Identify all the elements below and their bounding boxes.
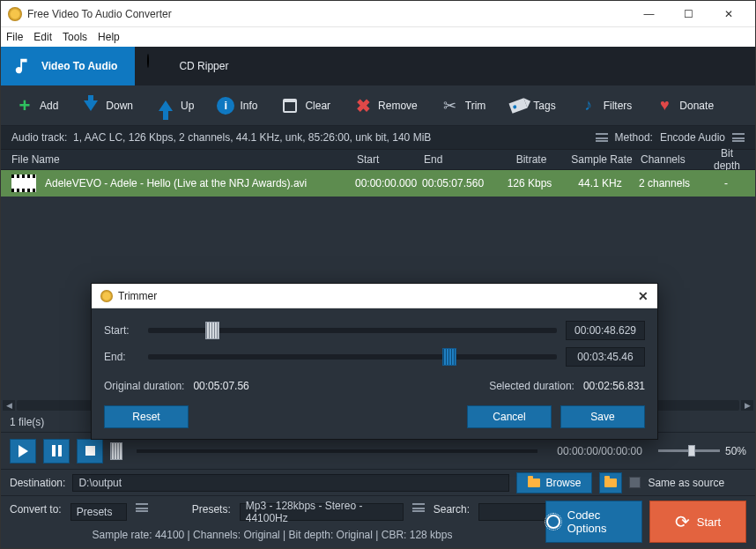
menu-edit[interactable]: Edit [33, 31, 52, 43]
end-value[interactable]: 00:03:45.46 [566, 347, 645, 367]
cell-channels: 2 channels [639, 177, 708, 189]
destination-input[interactable] [72, 474, 509, 492]
mode-tabs: Video To Audio CD Ripper [1, 47, 755, 85]
menu-tools[interactable]: Tools [63, 31, 87, 43]
cell-filename: AdeleVEVO - Adele - Hello (Live at the N… [45, 177, 355, 189]
col-start[interactable]: Start [357, 153, 424, 166]
convert-label: Convert to: [10, 503, 62, 516]
playback-time: 00:00:00/00:00:00 [557, 445, 642, 457]
minimize-button[interactable]: — [629, 2, 669, 26]
start-button[interactable]: ⟳Start [649, 501, 746, 543]
same-source-checkbox[interactable] [629, 477, 641, 488]
close-button[interactable]: ✕ [708, 2, 748, 26]
up-button[interactable]: Up [156, 97, 194, 115]
heart-icon: ♥ [655, 97, 674, 115]
folder-open-icon [604, 479, 617, 487]
orig-duration-value: 00:05:07.56 [193, 380, 248, 392]
start-label: Start: [104, 324, 139, 337]
tab-label: CD Ripper [179, 60, 228, 72]
clear-button[interactable]: Clear [280, 97, 330, 115]
method-label: Method: [615, 131, 653, 144]
browse-button[interactable]: Browse [516, 472, 592, 493]
audio-track-label: Audio track: [11, 131, 67, 144]
dialog-title: Trimmer [118, 290, 638, 302]
cell-bitdepth: - [708, 177, 745, 189]
filters-button[interactable]: ♪Filters [579, 97, 633, 115]
volume-handle[interactable] [688, 445, 695, 456]
save-button[interactable]: Save [560, 405, 645, 428]
info-button[interactable]: iInfo [217, 97, 257, 115]
preset-value[interactable]: Mp3 - 128kbps - Stereo - 44100Hz [240, 503, 404, 521]
open-folder-button[interactable] [599, 472, 622, 493]
info-icon: i [217, 97, 234, 115]
cell-samplerate: 44.1 KHz [561, 177, 639, 189]
donate-button[interactable]: ♥Donate [655, 97, 714, 115]
app-title: Free Video To Audio Converter [27, 8, 629, 20]
maximize-button[interactable]: ☐ [669, 2, 708, 26]
start-handle[interactable] [205, 322, 219, 339]
same-source-label: Same as source [648, 477, 724, 489]
folder-icon [528, 479, 540, 487]
hamburger-icon[interactable] [412, 503, 425, 512]
tab-video-to-audio[interactable]: Video To Audio [1, 47, 135, 85]
pause-button[interactable] [43, 439, 70, 464]
start-slider[interactable] [148, 328, 557, 333]
col-channels[interactable]: Channels [641, 153, 709, 166]
filter-icon: ♪ [579, 97, 598, 115]
dialog-body: Start: 00:00:48.629 End: 00:03:45.46 Ori… [92, 308, 657, 439]
hamburger-icon[interactable] [732, 133, 745, 142]
tags-button[interactable]: Tags [508, 97, 555, 115]
menu-file[interactable]: File [6, 31, 23, 43]
col-samplerate[interactable]: Sample Rate [563, 153, 641, 166]
reset-button[interactable]: Reset [104, 405, 189, 428]
play-button[interactable] [10, 439, 36, 464]
remove-button[interactable]: ✖Remove [353, 97, 418, 115]
scroll-left-icon[interactable]: ◀ [3, 400, 15, 411]
sel-duration-value: 00:02:56.831 [583, 380, 645, 392]
col-filename[interactable]: File Name [11, 153, 357, 166]
cancel-button[interactable]: Cancel [467, 405, 552, 428]
hamburger-icon[interactable] [136, 503, 148, 512]
volume-percent: 50% [725, 445, 746, 457]
stop-button[interactable] [77, 439, 103, 464]
dialog-close-button[interactable]: ✕ [638, 289, 649, 303]
cd-icon [147, 55, 170, 78]
codec-options-button[interactable]: Codec Options [545, 501, 642, 543]
trim-button[interactable]: ✂Trim [441, 97, 486, 115]
scissors-icon: ✂ [441, 97, 460, 115]
start-row: Start: 00:00:48.629 [104, 317, 645, 344]
stop-icon [85, 446, 95, 456]
cell-end: 00:05:07.560 [422, 177, 498, 189]
end-handle[interactable] [442, 348, 456, 366]
method-value[interactable]: Encode Audio [660, 131, 725, 144]
end-slider[interactable] [148, 354, 557, 360]
seek-handle[interactable] [110, 442, 122, 460]
app-icon [8, 7, 22, 21]
audio-track-value[interactable]: 1, AAC LC, 126 Kbps, 2 channels, 44.1 KH… [73, 131, 431, 144]
destination-row: Destination: Browse Same as source [1, 469, 755, 495]
volume-slider[interactable] [658, 449, 720, 452]
col-bitrate[interactable]: Bitrate [500, 153, 563, 166]
titlebar: Free Video To Audio Converter — ☐ ✕ [1, 1, 755, 27]
arrow-up-icon [156, 97, 175, 115]
menu-help[interactable]: Help [98, 31, 120, 43]
refresh-icon: ⟳ [675, 511, 690, 532]
search-label: Search: [434, 503, 470, 516]
trimmer-dialog: Trimmer ✕ Start: 00:00:48.629 End: 00:03… [91, 283, 658, 440]
add-button[interactable]: +Add [15, 97, 58, 115]
table-row[interactable]: AdeleVEVO - Adele - Hello (Live at the N… [1, 170, 755, 197]
col-bitdepth[interactable]: Bit depth [709, 147, 745, 172]
tag-icon [508, 97, 528, 115]
seek-track[interactable] [137, 449, 537, 453]
dialog-buttons: Reset Cancel Save [104, 405, 645, 428]
scroll-right-icon[interactable]: ▶ [741, 400, 753, 411]
volume-control: 50% [658, 445, 746, 457]
col-end[interactable]: End [424, 153, 500, 166]
hamburger-icon[interactable] [596, 133, 608, 142]
duration-row: Original duration: 00:05:07.56 Selected … [104, 374, 645, 398]
format-summary: Sample rate: 44100 | Channels: Original … [1, 529, 544, 541]
start-value[interactable]: 00:00:48.629 [566, 321, 645, 340]
tab-cd-ripper[interactable]: CD Ripper [135, 47, 246, 85]
down-button[interactable]: Down [81, 97, 133, 115]
convert-presets-box[interactable]: Presets [70, 503, 127, 521]
